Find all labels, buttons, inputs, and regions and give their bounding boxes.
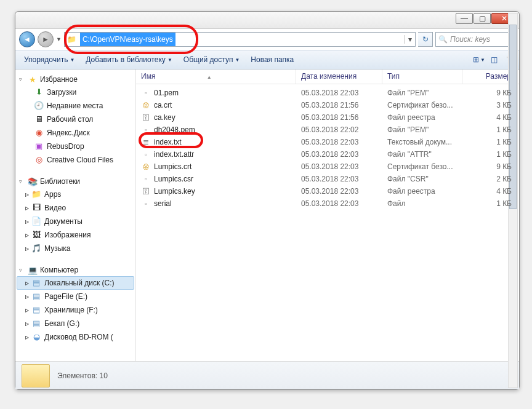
nav-cc-label: Creative Cloud Files [47,154,113,165]
file-icon [141,174,151,184]
file-size: 9 КБ [462,89,517,97]
organize-button[interactable]: Упорядочить▼ [19,54,79,66]
nav-drive-e-label: PageFile (E:) [44,291,87,302]
nav-favorites-label: Избранное [40,75,78,84]
back-button[interactable]: ◄ [19,31,35,47]
collapse-icon: ▿ [19,267,25,273]
file-type: Файл реестра [382,187,462,196]
nav-libraries-label: Библиотеки [40,177,80,186]
drive-icon [31,305,41,315]
file-size: 1 КБ [462,125,517,134]
col-name[interactable]: Имя ▲ [136,69,296,84]
nav-music-label: Музыка [44,243,70,254]
file-date: 05.03.2018 21:56 [296,113,382,122]
file-name: Lumpics.crt [154,162,191,171]
view-options-button[interactable]: ⊞▼ [472,53,486,66]
chevron-down-icon[interactable]: ▼ [56,36,62,42]
yandex-icon [34,128,44,138]
maximize-button[interactable]: ▢ [474,13,491,24]
nav-images-label: Изображения [44,229,91,240]
table-row[interactable]: dh2048.pem05.03.2018 22:02Файл "PEM"1 КБ [136,124,519,136]
chevron-down-icon: ▼ [235,57,240,63]
table-row[interactable]: Lumpics.csr05.03.2018 22:03Файл "CSR"2 К… [136,173,519,185]
file-icon [141,199,151,208]
download-icon [34,87,44,97]
nav-yandex-label: Яндекс.Диск [47,127,90,138]
file-name: index.txt.attr [154,150,194,159]
rebus-icon [34,141,44,151]
nav-sidebar: ▿Избранное Загрузки Недавние места Рабоч… [15,69,136,361]
col-date[interactable]: Дата изменения [296,69,382,84]
search-icon: 🔍 [438,35,448,44]
col-name-label: Имя [141,72,155,81]
recent-icon [34,101,44,111]
new-folder-button[interactable]: Новая папка [246,54,299,66]
table-row[interactable]: index.txt05.03.2018 22:03Текстовый докум… [136,136,519,148]
col-type-label: Тип [387,72,400,81]
expand-icon: ▹ [25,189,29,200]
nav-apps[interactable]: ▹Apps [17,188,134,201]
nav-desktop[interactable]: Рабочий стол [17,113,134,126]
search-input[interactable]: 🔍 Поиск: keys [435,32,515,47]
refresh-button[interactable]: ↻ [418,32,433,47]
file-list: 01.pem05.03.2018 22:03Файл "PEM"9 КБca.c… [136,84,519,361]
file-name: index.txt [154,138,182,146]
collapse-icon: ▿ [19,76,25,82]
preview-pane-button[interactable]: ◫ [487,53,501,66]
file-icon [141,100,151,110]
file-name: Lumpics.csr [154,175,193,183]
nav-drive-f[interactable]: ▹Хранилище (F:) [17,303,134,317]
nav-drive-e[interactable]: ▹PageFile (E:) [17,290,134,303]
toolbar: Упорядочить▼ Добавить в библиотеку▼ Общи… [15,50,519,69]
file-name: Lumpics.key [154,187,195,196]
expand-icon: ▹ [25,291,29,302]
nav-images[interactable]: ▹Изображения [17,228,134,242]
add-to-library-button[interactable]: Добавить в библиотеку▼ [81,54,177,66]
computer-icon [28,265,38,275]
nav-downloads-label: Загрузки [47,87,76,98]
nav-apps-label: Apps [44,189,61,200]
address-dropdown[interactable]: ▾ [404,35,415,44]
share-button[interactable]: Общий доступ▼ [179,54,245,66]
minimize-button[interactable]: — [456,13,473,24]
table-row[interactable]: Lumpics.key05.03.2018 22:03Файл реестра4… [136,185,519,197]
nav-video[interactable]: ▹Видео [17,201,134,215]
nav-favorites[interactable]: ▿Избранное [17,73,134,85]
table-row[interactable]: index.txt.attr05.03.2018 22:03Файл "ATTR… [136,148,519,161]
nav-drive-c[interactable]: ▹Локальный диск (C:) [17,276,134,290]
table-row[interactable]: ca.crt05.03.2018 21:56Сертификат безо...… [136,99,519,111]
table-row[interactable]: 01.pem05.03.2018 22:03Файл "PEM"9 КБ [136,87,519,99]
nav-recent[interactable]: Недавние места [17,99,134,113]
nav-drive-bd[interactable]: ▹Дисковод BD-ROM ( [17,330,134,344]
col-size-label: Размер [486,72,511,81]
cc-icon [34,155,44,165]
nav-rebusdrop[interactable]: RebusDrop [17,140,134,153]
table-row[interactable]: ca.key05.03.2018 21:56Файл реестра4 КБ [136,111,519,124]
nav-computer[interactable]: ▿Компьютер [17,264,134,276]
file-type: Файл "CSR" [382,175,462,183]
nav-rebus-label: RebusDrop [47,141,84,152]
col-type[interactable]: Тип [382,69,462,84]
desktop-icon [34,114,44,124]
table-row[interactable]: serial05.03.2018 22:03Файл1 КБ [136,197,519,210]
file-name: ca.key [154,113,175,122]
nav-drive-g[interactable]: ▹Бекап (G:) [17,317,134,330]
file-type: Файл [382,199,462,208]
star-icon [28,74,38,84]
nav-downloads[interactable]: Загрузки [17,85,134,99]
nav-yandex-disk[interactable]: Яндекс.Диск [17,126,134,140]
table-row[interactable]: Lumpics.crt05.03.2018 22:03Сертификат бе… [136,161,519,173]
expand-icon: ▹ [25,318,29,329]
nav-music[interactable]: ▹Музыка [17,242,134,255]
nav-libraries[interactable]: ▿Библиотеки [17,175,134,188]
file-size: 4 КБ [462,113,517,122]
libraries-icon [28,177,38,186]
nav-drive-c-label: Локальный диск (C:) [44,277,115,288]
drive-icon [31,278,41,288]
forward-button[interactable]: ► [38,31,54,47]
minimize-icon: — [461,14,468,23]
nav-documents[interactable]: ▹Документы [17,215,134,228]
file-icon [141,125,151,135]
nav-creative-cloud[interactable]: Creative Cloud Files [17,153,134,167]
address-bar[interactable]: 📁 C:\OpenVPN\easy-rsa\keys ▾ [64,32,416,47]
